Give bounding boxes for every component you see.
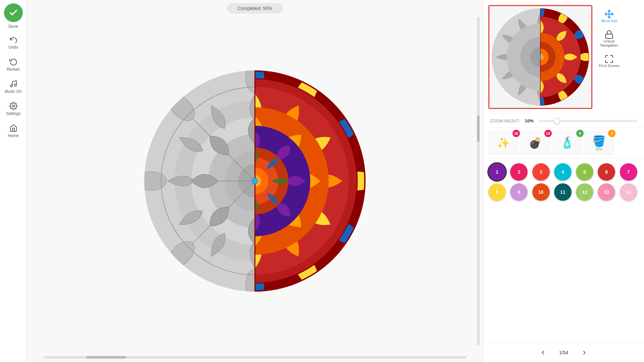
color-8[interactable]: 8 [488, 183, 506, 201]
fit-screen-button[interactable]: Fit to Screen [596, 52, 623, 70]
done-circle [4, 3, 23, 22]
main-canvas-area: Completed: 50% [27, 0, 483, 362]
svg-point-51 [252, 178, 258, 184]
pagination: 1/54 [483, 343, 644, 362]
minimap-section: Move tool Unlock Navigation Fit to Scree… [483, 0, 644, 114]
powerups-section: ✨ 36 💣 14 🧴 9 🪣 50% 3 [483, 128, 644, 158]
music-icon [9, 80, 17, 88]
bucket-count: 3 [611, 131, 613, 135]
color-10[interactable]: 10 [532, 183, 550, 201]
powerup-wand[interactable]: ✨ 36 [488, 131, 519, 155]
vertical-scroll-thumb[interactable] [477, 115, 480, 142]
svg-point-4 [12, 105, 14, 107]
home-icon [9, 124, 17, 132]
chevron-right-icon [581, 349, 588, 356]
minimap[interactable] [488, 5, 592, 109]
color-7[interactable]: 7 [620, 163, 637, 181]
chevron-left-icon [540, 349, 546, 356]
sidebar: Done Undo Restart Music On Setti [0, 0, 27, 362]
undo-button[interactable]: Undo [2, 32, 25, 53]
fit-screen-icon [604, 54, 614, 64]
color-12[interactable]: 12 [576, 183, 593, 201]
cleaner-icon: 🧴 [560, 136, 574, 149]
next-page-button[interactable] [578, 347, 590, 359]
right-tools: Move tool Unlock Navigation Fit to Scree… [596, 5, 623, 70]
color-13[interactable]: 13 [598, 183, 615, 201]
page-info: 1/54 [559, 350, 568, 355]
cleaner-count: 9 [579, 131, 581, 135]
undo-label: Undo [8, 45, 18, 50]
svg-point-2 [10, 85, 12, 87]
bomb-icon: 💣 [529, 136, 542, 149]
zoom-section: ZOOM IN/OUT: 10% [483, 114, 644, 128]
move-tool-icon [604, 9, 614, 19]
color-5[interactable]: 5 [576, 163, 593, 181]
progress-text: Completed: 50% [237, 6, 272, 11]
prev-page-button[interactable] [537, 347, 549, 359]
svg-rect-81 [606, 34, 613, 39]
fit-screen-label: Fit to Screen [599, 64, 620, 68]
powerup-cleaner[interactable]: 🧴 9 [552, 131, 582, 155]
unlock-nav-button[interactable]: Unlock Navigation [596, 27, 623, 50]
vertical-scrollbar[interactable] [477, 17, 480, 345]
color-11[interactable]: 11 [554, 183, 572, 201]
palette-section: 1234567891011121314 [483, 158, 644, 343]
minimap-image [489, 6, 591, 108]
color-9[interactable]: 9 [510, 183, 528, 201]
settings-icon [9, 102, 17, 110]
color-14[interactable]: 14 [620, 183, 637, 201]
home-label: Home [8, 133, 18, 138]
home-button[interactable]: Home [2, 121, 25, 141]
svg-point-3 [14, 84, 16, 86]
svg-point-80 [539, 56, 542, 58]
wand-count: 36 [514, 131, 518, 135]
horizontal-scroll-thumb[interactable] [86, 356, 126, 359]
zoom-value: 10% [525, 118, 534, 123]
done-label: Done [8, 24, 18, 29]
color-3[interactable]: 3 [532, 163, 550, 181]
minimap-svg [489, 6, 591, 108]
check-icon [9, 8, 18, 17]
restart-button[interactable]: Restart [2, 54, 25, 75]
color-6[interactable]: 6 [598, 163, 615, 181]
bucket-icon: 🪣 [592, 135, 606, 147]
settings-button[interactable]: Settings [2, 99, 25, 119]
horizontal-scrollbar[interactable] [44, 356, 466, 359]
zoom-label: ZOOM IN/OUT: [490, 118, 520, 123]
music-label: Music On [5, 89, 22, 94]
bomb-badge: 14 [544, 130, 552, 137]
bucket-badge: 3 [608, 130, 615, 137]
progress-bar: Completed: 50% [227, 3, 283, 13]
done-button[interactable]: Done [4, 3, 23, 29]
cleaner-badge: 9 [576, 130, 584, 137]
bomb-count: 14 [546, 131, 550, 135]
music-button[interactable]: Music On [2, 76, 25, 97]
undo-icon [9, 36, 17, 44]
powerup-bomb[interactable]: 💣 14 [520, 131, 550, 155]
mandala-canvas[interactable] [138, 64, 372, 298]
move-tool-label: Move tool [601, 19, 617, 23]
lock-icon [604, 30, 614, 39]
color-grid: 1234567891011121314 [488, 163, 639, 201]
color-4[interactable]: 4 [554, 163, 572, 181]
wand-badge: 36 [513, 130, 520, 137]
canvas-area[interactable] [27, 0, 483, 362]
color-2[interactable]: 2 [510, 163, 528, 181]
color-1[interactable]: 1 [488, 163, 506, 181]
svg-point-16 [138, 172, 167, 190]
right-panel: Move tool Unlock Navigation Fit to Scree… [483, 0, 644, 362]
zoom-slider-thumb[interactable] [553, 118, 560, 124]
settings-label: Settings [6, 111, 20, 116]
unlock-nav-label: Unlock Navigation [597, 39, 621, 47]
restart-label: Restart [7, 67, 20, 72]
zoom-slider[interactable] [539, 120, 637, 122]
bucket-label: 50% [596, 147, 602, 151]
move-tool-button[interactable]: Move tool [596, 7, 623, 25]
wand-icon: ✨ [497, 136, 510, 149]
restart-icon [9, 58, 17, 66]
powerup-bucket[interactable]: 🪣 50% 3 [584, 131, 614, 155]
